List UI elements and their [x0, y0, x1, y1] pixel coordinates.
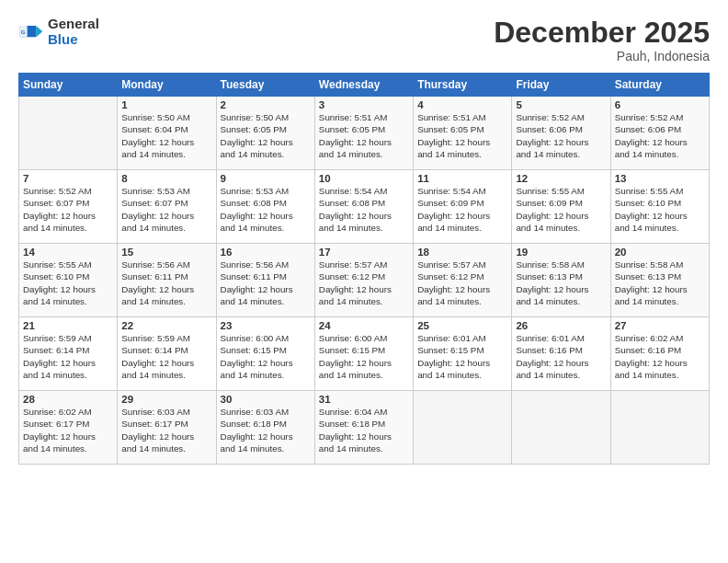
calendar-week-row: 21Sunrise: 5:59 AM Sunset: 6:14 PM Dayli… — [19, 317, 710, 391]
day-info: Sunrise: 6:00 AM Sunset: 6:15 PM Dayligh… — [221, 332, 311, 381]
day-info: Sunrise: 5:56 AM Sunset: 6:11 PM Dayligh… — [121, 259, 211, 307]
table-row: 22Sunrise: 5:59 AM Sunset: 6:14 PM Dayli… — [118, 317, 216, 391]
table-row: 17Sunrise: 5:57 AM Sunset: 6:12 PM Dayli… — [314, 244, 413, 317]
table-row: 8Sunrise: 5:53 AM Sunset: 6:07 PM Daylig… — [118, 170, 216, 244]
day-number: 8 — [121, 173, 211, 184]
day-number: 12 — [516, 173, 606, 184]
day-number: 14 — [23, 247, 113, 258]
table-row: 29Sunrise: 6:03 AM Sunset: 6:17 PM Dayli… — [118, 391, 216, 465]
table-row: 1Sunrise: 5:50 AM Sunset: 6:04 PM Daylig… — [118, 97, 216, 170]
table-row — [610, 391, 709, 465]
table-row: 20Sunrise: 5:58 AM Sunset: 6:13 PM Dayli… — [610, 244, 709, 317]
table-row: 4Sunrise: 5:51 AM Sunset: 6:05 PM Daylig… — [414, 97, 512, 170]
title-block: December 2025 Pauh, Indonesia — [494, 17, 710, 63]
day-number: 28 — [23, 394, 113, 405]
day-info: Sunrise: 6:02 AM Sunset: 6:16 PM Dayligh… — [615, 332, 705, 381]
table-row: 27Sunrise: 6:02 AM Sunset: 6:16 PM Dayli… — [610, 317, 709, 391]
day-number: 21 — [23, 320, 113, 331]
table-row: 6Sunrise: 5:52 AM Sunset: 6:06 PM Daylig… — [610, 97, 709, 170]
day-number: 27 — [615, 320, 705, 331]
day-number: 5 — [516, 99, 606, 110]
day-info: Sunrise: 5:52 AM Sunset: 6:07 PM Dayligh… — [23, 185, 113, 234]
table-row: 24Sunrise: 6:00 AM Sunset: 6:15 PM Dayli… — [314, 317, 413, 391]
logo: G General Blue — [18, 17, 99, 47]
day-info: Sunrise: 6:04 AM Sunset: 6:18 PM Dayligh… — [319, 406, 409, 454]
logo-blue: Blue — [48, 32, 99, 48]
calendar-week-row: 14Sunrise: 5:55 AM Sunset: 6:10 PM Dayli… — [19, 244, 710, 317]
table-row: 23Sunrise: 6:00 AM Sunset: 6:15 PM Dayli… — [216, 317, 314, 391]
day-number: 18 — [417, 247, 507, 258]
calendar-week-row: 1Sunrise: 5:50 AM Sunset: 6:04 PM Daylig… — [19, 97, 710, 170]
day-number: 16 — [221, 247, 311, 258]
table-row: 30Sunrise: 6:03 AM Sunset: 6:18 PM Dayli… — [216, 391, 314, 465]
day-number: 1 — [121, 99, 211, 110]
table-row: 26Sunrise: 6:01 AM Sunset: 6:16 PM Dayli… — [512, 317, 610, 391]
logo-general: General — [48, 17, 99, 32]
day-number: 9 — [221, 173, 311, 184]
table-row: 19Sunrise: 5:58 AM Sunset: 6:13 PM Dayli… — [512, 244, 610, 317]
day-info: Sunrise: 5:58 AM Sunset: 6:13 PM Dayligh… — [516, 259, 606, 307]
day-info: Sunrise: 5:51 AM Sunset: 6:05 PM Dayligh… — [319, 111, 409, 160]
day-number: 23 — [221, 320, 311, 331]
table-row: 7Sunrise: 5:52 AM Sunset: 6:07 PM Daylig… — [19, 170, 118, 244]
table-row — [19, 97, 118, 170]
calendar-week-row: 7Sunrise: 5:52 AM Sunset: 6:07 PM Daylig… — [19, 170, 710, 244]
col-wednesday: Wednesday — [314, 74, 413, 97]
day-info: Sunrise: 5:54 AM Sunset: 6:09 PM Dayligh… — [417, 185, 507, 234]
day-number: 7 — [23, 173, 113, 184]
location: Pauh, Indonesia — [494, 49, 710, 63]
calendar-week-row: 28Sunrise: 6:02 AM Sunset: 6:17 PM Dayli… — [19, 391, 710, 465]
day-number: 13 — [615, 173, 705, 184]
table-row — [512, 391, 610, 465]
day-number: 22 — [121, 320, 211, 331]
page-header: G General Blue December 2025 Pauh, Indon… — [18, 17, 710, 63]
table-row: 21Sunrise: 5:59 AM Sunset: 6:14 PM Dayli… — [19, 317, 118, 391]
day-info: Sunrise: 5:53 AM Sunset: 6:07 PM Dayligh… — [121, 185, 211, 234]
table-row: 12Sunrise: 5:55 AM Sunset: 6:09 PM Dayli… — [512, 170, 610, 244]
table-row: 25Sunrise: 6:01 AM Sunset: 6:15 PM Dayli… — [414, 317, 512, 391]
day-info: Sunrise: 5:50 AM Sunset: 6:05 PM Dayligh… — [221, 111, 311, 160]
col-tuesday: Tuesday — [216, 74, 314, 97]
day-info: Sunrise: 5:55 AM Sunset: 6:09 PM Dayligh… — [516, 185, 606, 234]
day-number: 2 — [221, 99, 311, 110]
table-row: 13Sunrise: 5:55 AM Sunset: 6:10 PM Dayli… — [610, 170, 709, 244]
col-thursday: Thursday — [414, 74, 512, 97]
day-info: Sunrise: 5:51 AM Sunset: 6:05 PM Dayligh… — [417, 111, 507, 160]
day-info: Sunrise: 5:59 AM Sunset: 6:14 PM Dayligh… — [23, 332, 113, 381]
calendar-table: Sunday Monday Tuesday Wednesday Thursday… — [18, 73, 710, 465]
calendar-header-row: Sunday Monday Tuesday Wednesday Thursday… — [19, 74, 710, 97]
day-info: Sunrise: 6:02 AM Sunset: 6:17 PM Dayligh… — [23, 406, 113, 454]
day-number: 19 — [516, 247, 606, 258]
day-info: Sunrise: 6:03 AM Sunset: 6:18 PM Dayligh… — [221, 406, 311, 454]
day-info: Sunrise: 5:57 AM Sunset: 6:12 PM Dayligh… — [417, 259, 507, 307]
day-info: Sunrise: 5:50 AM Sunset: 6:04 PM Dayligh… — [121, 111, 211, 160]
day-number: 26 — [516, 320, 606, 331]
day-number: 11 — [417, 173, 507, 184]
col-monday: Monday — [118, 74, 216, 97]
logo-text: General Blue — [48, 17, 99, 47]
day-number: 30 — [221, 394, 311, 405]
svg-marker-1 — [36, 26, 42, 37]
day-info: Sunrise: 6:01 AM Sunset: 6:16 PM Dayligh… — [516, 332, 606, 381]
table-row: 28Sunrise: 6:02 AM Sunset: 6:17 PM Dayli… — [19, 391, 118, 465]
day-number: 3 — [319, 99, 409, 110]
day-number: 29 — [121, 394, 211, 405]
table-row: 14Sunrise: 5:55 AM Sunset: 6:10 PM Dayli… — [19, 244, 118, 317]
day-info: Sunrise: 5:56 AM Sunset: 6:11 PM Dayligh… — [221, 259, 311, 307]
svg-text:G: G — [21, 28, 26, 34]
table-row: 2Sunrise: 5:50 AM Sunset: 6:05 PM Daylig… — [216, 97, 314, 170]
day-number: 6 — [615, 99, 705, 110]
day-info: Sunrise: 5:54 AM Sunset: 6:08 PM Dayligh… — [319, 185, 409, 234]
day-info: Sunrise: 5:57 AM Sunset: 6:12 PM Dayligh… — [319, 259, 409, 307]
table-row: 18Sunrise: 5:57 AM Sunset: 6:12 PM Dayli… — [414, 244, 512, 317]
table-row — [414, 391, 512, 465]
col-friday: Friday — [512, 74, 610, 97]
day-number: 17 — [319, 247, 409, 258]
table-row: 9Sunrise: 5:53 AM Sunset: 6:08 PM Daylig… — [216, 170, 314, 244]
table-row: 15Sunrise: 5:56 AM Sunset: 6:11 PM Dayli… — [118, 244, 216, 317]
day-number: 20 — [615, 247, 705, 258]
month-title: December 2025 — [494, 17, 710, 49]
day-info: Sunrise: 5:52 AM Sunset: 6:06 PM Dayligh… — [615, 111, 705, 160]
day-number: 25 — [417, 320, 507, 331]
day-info: Sunrise: 5:59 AM Sunset: 6:14 PM Dayligh… — [121, 332, 211, 381]
